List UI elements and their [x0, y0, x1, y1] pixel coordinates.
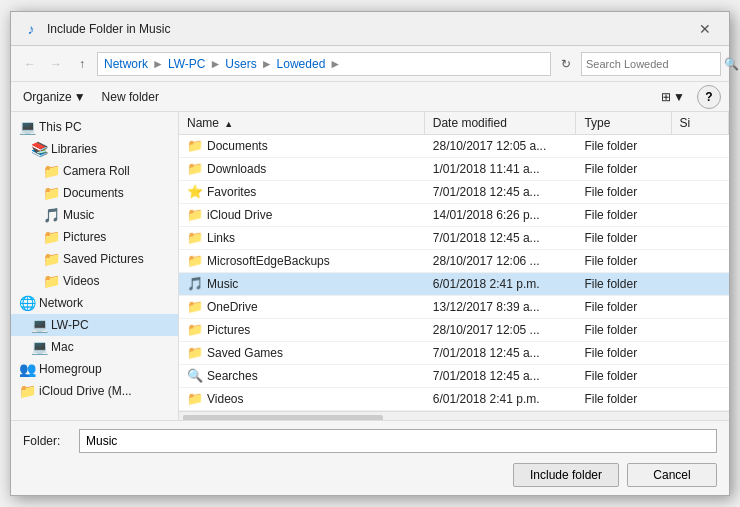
new-folder-label: New folder [102, 90, 159, 104]
breadcrumb-item-loweded[interactable]: Loweded [275, 57, 328, 71]
new-folder-button[interactable]: New folder [98, 88, 163, 106]
sidebar-label-documents: Documents [63, 186, 124, 200]
dialog-window: ♪ Include Folder in Music ✕ ← → ↑ Networ… [10, 11, 730, 496]
sidebar-item-videos[interactable]: 📁 Videos [11, 270, 178, 292]
homegroup-icon: 👥 [19, 361, 35, 377]
file-row[interactable]: 📁Links 7/01/2018 12:45 a... File folder [179, 227, 729, 250]
title-bar-left: ♪ Include Folder in Music [23, 21, 170, 37]
file-row-music[interactable]: 🎵Music 6/01/2018 2:41 p.m. File folder [179, 273, 729, 296]
saved-pictures-icon: 📁 [43, 251, 59, 267]
horizontal-scrollbar[interactable] [179, 411, 729, 420]
sort-arrow: ▲ [224, 119, 233, 129]
file-row[interactable]: 📁MicrosoftEdgeBackups 28/10/2017 12:06 .… [179, 250, 729, 273]
folder-icon: 📁 [187, 345, 203, 361]
mac-icon: 💻 [31, 339, 47, 355]
file-list-header: Name ▲ Date modified Type Si [179, 112, 729, 135]
folder-row: Folder: [23, 429, 717, 453]
up-button[interactable]: ↑ [71, 53, 93, 75]
sidebar-item-libraries[interactable]: 📚 Libraries [11, 138, 178, 160]
organize-label: Organize [23, 90, 72, 104]
dialog-icon: ♪ [23, 21, 39, 37]
organize-button[interactable]: Organize ▼ [19, 88, 90, 106]
sidebar-label-homegroup: Homegroup [39, 362, 102, 376]
sidebar-item-camera-roll[interactable]: 📁 Camera Roll [11, 160, 178, 182]
videos-icon: 📁 [43, 273, 59, 289]
main-content: 💻 This PC 📚 Libraries 📁 Camera Roll 📁 Do… [11, 112, 729, 420]
sidebar-label-lw-pc: LW-PC [51, 318, 89, 332]
music-icon: 🎵 [43, 207, 59, 223]
file-row[interactable]: 📁Videos 6/01/2018 2:41 p.m. File folder [179, 388, 729, 411]
network-icon: 🌐 [19, 295, 35, 311]
search-folder-icon: 🔍 [187, 368, 203, 384]
sidebar-item-icloud[interactable]: 📁 iCloud Drive (M... [11, 380, 178, 402]
icloud-icon: 📁 [19, 383, 35, 399]
sidebar-item-mac[interactable]: 💻 Mac [11, 336, 178, 358]
sidebar-label-saved-pictures: Saved Pictures [63, 252, 144, 266]
sidebar-item-lw-pc[interactable]: 💻 LW-PC [11, 314, 178, 336]
dialog-title: Include Folder in Music [47, 22, 170, 36]
include-folder-button[interactable]: Include folder [513, 463, 619, 487]
sidebar: 💻 This PC 📚 Libraries 📁 Camera Roll 📁 Do… [11, 112, 179, 420]
sidebar-item-music[interactable]: 🎵 Music [11, 204, 178, 226]
pictures-icon: 📁 [43, 229, 59, 245]
search-icon: 🔍 [724, 57, 739, 71]
refresh-button[interactable]: ↻ [555, 53, 577, 75]
nav-bar: ← → ↑ Network ► LW-PC ► Users ► Loweded … [11, 46, 729, 82]
sidebar-item-pictures[interactable]: 📁 Pictures [11, 226, 178, 248]
libraries-icon: 📚 [31, 141, 47, 157]
file-row[interactable]: 📁iCloud Drive 14/01/2018 6:26 p... File … [179, 204, 729, 227]
breadcrumb-item-lwpc[interactable]: LW-PC [166, 57, 208, 71]
documents-icon: 📁 [43, 185, 59, 201]
sidebar-label-mac: Mac [51, 340, 74, 354]
folder-icon: 📁 [187, 207, 203, 223]
sidebar-item-homegroup[interactable]: 👥 Homegroup [11, 358, 178, 380]
folder-input[interactable] [79, 429, 717, 453]
organize-chevron-icon: ▼ [74, 90, 86, 104]
file-row[interactable]: 📁Downloads 1/01/2018 11:41 a... File fol… [179, 158, 729, 181]
breadcrumb-item-users[interactable]: Users [223, 57, 258, 71]
header-date[interactable]: Date modified [425, 112, 577, 134]
folder-icon: 📁 [187, 253, 203, 269]
file-row[interactable]: 📁Pictures 28/10/2017 12:05 ... File fold… [179, 319, 729, 342]
sidebar-label-videos: Videos [63, 274, 99, 288]
help-button[interactable]: ? [697, 85, 721, 109]
toolbar: Organize ▼ New folder ⊞ ▼ ? [11, 82, 729, 112]
sidebar-label-icloud: iCloud Drive (M... [39, 384, 132, 398]
view-button[interactable]: ⊞ ▼ [657, 88, 689, 106]
view-icon: ⊞ [661, 90, 671, 104]
search-box: 🔍 [581, 52, 721, 76]
breadcrumb-item-network[interactable]: Network [102, 57, 150, 71]
folder-icon: 📁 [187, 138, 203, 154]
close-button[interactable]: ✕ [693, 17, 717, 41]
breadcrumb-bar: Network ► LW-PC ► Users ► Loweded ► [97, 52, 551, 76]
search-input[interactable] [586, 58, 724, 70]
file-row[interactable]: 🔍Searches 7/01/2018 12:45 a... File fold… [179, 365, 729, 388]
camera-roll-icon: 📁 [43, 163, 59, 179]
favorites-icon: ⭐ [187, 184, 203, 200]
header-type[interactable]: Type [576, 112, 671, 134]
sidebar-item-this-pc[interactable]: 💻 This PC [11, 116, 178, 138]
folder-icon: 📁 [187, 391, 203, 407]
sidebar-label-pictures: Pictures [63, 230, 106, 244]
sidebar-item-network[interactable]: 🌐 Network [11, 292, 178, 314]
folder-icon: 📁 [187, 161, 203, 177]
file-row[interactable]: 📁OneDrive 13/12/2017 8:39 a... File fold… [179, 296, 729, 319]
sidebar-label-music: Music [63, 208, 94, 222]
onedrive-icon: 📁 [187, 299, 203, 315]
back-button[interactable]: ← [19, 53, 41, 75]
sidebar-item-saved-pictures[interactable]: 📁 Saved Pictures [11, 248, 178, 270]
file-row[interactable]: 📁Saved Games 7/01/2018 12:45 a... File f… [179, 342, 729, 365]
sidebar-label-camera-roll: Camera Roll [63, 164, 130, 178]
folder-label: Folder: [23, 434, 71, 448]
file-row[interactable]: ⭐Favorites 7/01/2018 12:45 a... File fol… [179, 181, 729, 204]
music-folder-icon: 🎵 [187, 276, 203, 292]
cancel-button[interactable]: Cancel [627, 463, 717, 487]
header-name[interactable]: Name ▲ [179, 112, 425, 134]
sidebar-label-libraries: Libraries [51, 142, 97, 156]
sidebar-label-this-pc: This PC [39, 120, 82, 134]
file-row[interactable]: 📁Documents 28/10/2017 12:05 a... File fo… [179, 135, 729, 158]
header-size[interactable]: Si [672, 112, 729, 134]
forward-button[interactable]: → [45, 53, 67, 75]
title-bar: ♪ Include Folder in Music ✕ [11, 12, 729, 46]
sidebar-item-documents[interactable]: 📁 Documents [11, 182, 178, 204]
